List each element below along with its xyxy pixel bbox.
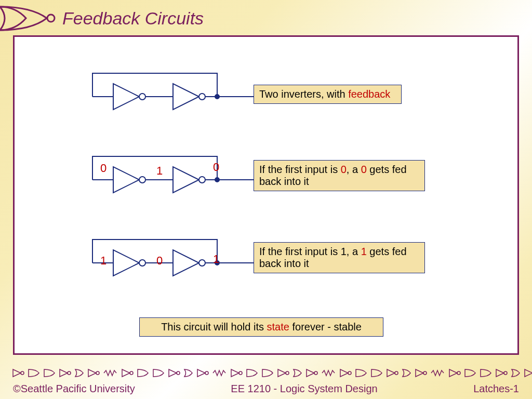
logic-gate-icon (0, 4, 60, 33)
slide-header: Feedback Circuits (0, 0, 532, 33)
annotation-1: Two inverters, with feedback (254, 85, 402, 104)
svg-point-8 (199, 260, 205, 266)
annotation-4: This circuit will hold its state forever… (139, 317, 383, 337)
footer: ©Seattle Pacific University EE 1210 - Lo… (0, 383, 532, 395)
annotation-2: If the first input is 0, a 0 gets fed ba… (254, 160, 425, 191)
diag2-mid-label: 1 (156, 164, 163, 178)
annotation-3: If the first input is 1, a 1 gets fed ba… (254, 242, 425, 273)
svg-point-0 (47, 15, 55, 22)
diag2-out-label: 0 (213, 161, 219, 174)
svg-point-7 (139, 260, 145, 266)
svg-point-1 (139, 94, 145, 100)
circuit-diagram-1 (82, 68, 254, 120)
svg-point-4 (139, 177, 145, 183)
diag3-mid-label: 0 (156, 254, 163, 268)
slide-title: Feedback Circuits (62, 8, 204, 29)
diag3-input-label: 1 (100, 254, 107, 268)
circuit-diagram-2 (82, 151, 254, 203)
svg-point-2 (199, 94, 205, 100)
diag3-out-label: 1 (213, 252, 219, 266)
footer-page: Latches-1 (473, 383, 519, 395)
footer-copyright: ©Seattle Pacific University (13, 383, 135, 395)
circuit-diagram-3 (82, 234, 254, 286)
content-frame: Two inverters, with feedback 0 1 0 If th… (13, 35, 519, 355)
footer-decoration (0, 365, 532, 381)
footer-course: EE 1210 - Logic System Design (135, 383, 473, 395)
diag2-input-label: 0 (100, 162, 107, 175)
svg-point-5 (199, 177, 205, 183)
